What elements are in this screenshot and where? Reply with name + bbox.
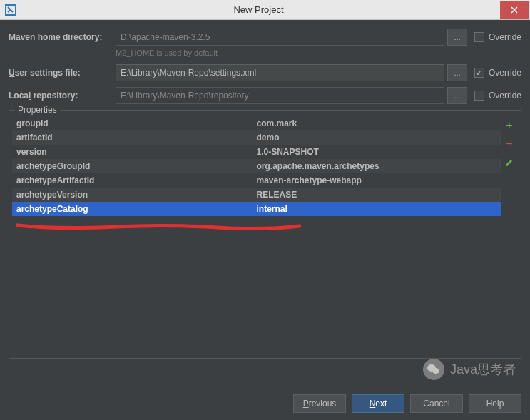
svg-point-2 (432, 368, 439, 374)
remove-icon[interactable]: − (503, 138, 516, 150)
property-value: internal (257, 202, 501, 216)
property-value: org.apache.maven.archetypes (257, 159, 501, 173)
property-row[interactable]: groupIdcom.mark (12, 116, 501, 130)
properties-empty-area (12, 216, 501, 355)
maven-home-label: Maven home directory: (9, 32, 116, 42)
property-row[interactable]: archetypeVersionRELEASE (12, 188, 501, 202)
help-button[interactable]: Help (469, 394, 521, 413)
content-area: Maven home directory: ... Override M2_HO… (0, 20, 530, 386)
property-value: maven-archetype-webapp (257, 173, 501, 188)
cancel-button[interactable]: Cancel (410, 394, 463, 413)
property-key: artifactId (12, 130, 257, 145)
close-button[interactable] (500, 1, 529, 19)
user-settings-browse-button[interactable]: ... (447, 64, 467, 81)
local-repo-row: Local repository: ... Override (9, 87, 521, 104)
footer: Previous Next Cancel Help (0, 386, 530, 420)
add-icon[interactable]: + (503, 119, 516, 132)
maven-home-hint: M2_HOME is used by default (116, 48, 521, 57)
property-key: archetypeVersion (12, 188, 257, 202)
property-key: archetypeArtifactId (12, 173, 257, 188)
local-repo-browse-button[interactable]: ... (447, 87, 467, 104)
checkbox-icon (474, 32, 484, 42)
property-row[interactable]: archetypeGroupIdorg.apache.maven.archety… (12, 159, 501, 173)
user-settings-input[interactable] (116, 64, 444, 81)
checkbox-icon (474, 91, 484, 101)
property-value: 1.0-SNAPSHOT (257, 145, 501, 159)
maven-home-override[interactable]: Override (474, 32, 521, 42)
property-row[interactable]: archetypeCataloginternal (12, 202, 501, 216)
watermark: Java思考者 (423, 359, 516, 380)
property-row[interactable]: artifactIddemo (12, 130, 501, 145)
titlebar: New Project (0, 0, 530, 20)
property-value: demo (257, 130, 501, 145)
window-title: New Project (17, 4, 500, 15)
property-value: RELEASE (257, 188, 501, 202)
property-row[interactable]: archetypeArtifactIdmaven-archetype-webap… (12, 173, 501, 188)
properties-table[interactable]: groupIdcom.markartifactIddemoversion1.0-… (12, 116, 501, 355)
properties-panel: Properties groupIdcom.markartifactIddemo… (9, 110, 521, 359)
properties-toolbar: + − (501, 116, 518, 355)
maven-home-row: Maven home directory: ... Override (9, 29, 521, 46)
property-key: archetypeGroupId (12, 159, 257, 173)
checkbox-icon (474, 68, 484, 78)
local-repo-override[interactable]: Override (474, 91, 521, 101)
local-repo-input[interactable] (116, 87, 444, 104)
property-key: version (12, 145, 257, 159)
user-settings-label: User settings file: (9, 68, 116, 78)
user-settings-row: User settings file: ... Override (9, 64, 521, 81)
next-button[interactable]: Next (352, 394, 404, 413)
property-key: groupId (12, 116, 257, 130)
previous-button[interactable]: Previous (293, 394, 346, 413)
property-key: archetypeCatalog (12, 202, 257, 216)
app-icon (4, 4, 17, 16)
property-row[interactable]: version1.0-SNAPSHOT (12, 145, 501, 159)
maven-home-browse-button[interactable]: ... (447, 29, 467, 46)
wechat-icon (423, 359, 444, 380)
maven-home-input[interactable] (116, 29, 444, 46)
properties-title: Properties (15, 105, 60, 115)
user-settings-override[interactable]: Override (474, 68, 521, 78)
local-repo-label: Local repository: (9, 91, 116, 101)
property-value: com.mark (257, 116, 501, 130)
edit-icon[interactable] (503, 156, 516, 169)
